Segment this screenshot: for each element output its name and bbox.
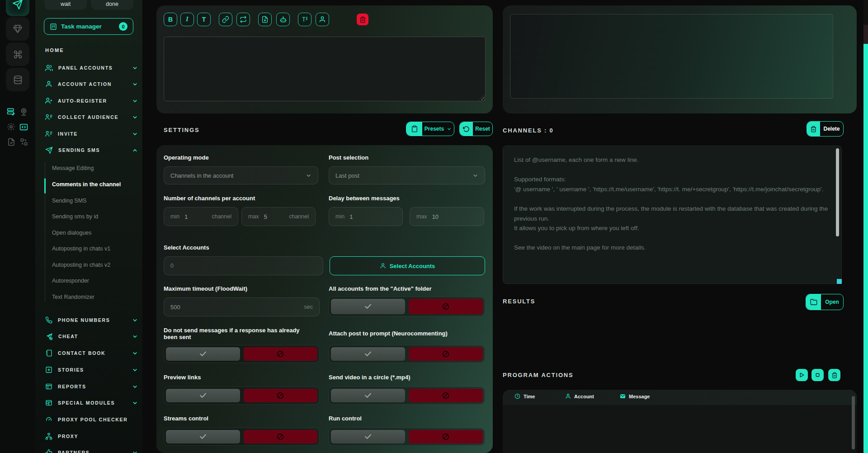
check-icon xyxy=(199,392,207,400)
toggle-yes-option[interactable] xyxy=(166,430,240,444)
sidebar-item-contact-book[interactable]: CONTACT BOOK xyxy=(45,349,138,358)
accounts-count-input[interactable]: 0 xyxy=(164,256,323,275)
link-button[interactable] xyxy=(219,13,232,26)
toggle-no-option[interactable] xyxy=(409,347,483,361)
toggle-yes-option[interactable] xyxy=(331,347,405,361)
sidebar-item-home[interactable]: HOME xyxy=(45,47,64,53)
italic-button[interactable]: I xyxy=(180,13,194,26)
toggle-yes-option[interactable] xyxy=(166,347,240,361)
play-button[interactable] xyxy=(796,369,808,381)
post-selection-select[interactable]: Last post xyxy=(329,166,485,184)
wait-label: wait xyxy=(61,1,71,7)
attach-post-toggle[interactable] xyxy=(329,345,485,363)
file-insert-button[interactable] xyxy=(258,13,272,26)
video-circle-toggle[interactable] xyxy=(329,387,485,405)
open-results-button[interactable]: Open xyxy=(806,294,844,310)
toggle-no-option[interactable] xyxy=(409,430,483,444)
premium-button[interactable] xyxy=(6,17,29,41)
subitem-autoposting-v2[interactable]: Autoposting in chats v2 xyxy=(52,262,110,270)
channels-resize-handle[interactable] xyxy=(837,279,842,284)
subitem-autoposting-v1[interactable]: Autoposting in chats v1 xyxy=(52,245,110,254)
subitem-sending-sms[interactable]: Sending SMS xyxy=(52,198,86,206)
bot-button[interactable] xyxy=(276,13,290,26)
text-template-button[interactable] xyxy=(298,13,311,26)
toggle-yes-option[interactable] xyxy=(331,430,405,444)
swap-icon[interactable] xyxy=(19,137,28,146)
sidebar-item-panel-accounts[interactable]: PANEL ACCOUNTS xyxy=(45,63,138,72)
text-template-icon xyxy=(301,16,308,23)
wait-button[interactable]: wait xyxy=(44,0,87,10)
delete-channels-button[interactable]: Delete xyxy=(807,121,844,137)
toggle-yes-option[interactable] xyxy=(331,389,405,402)
toggle-yes-option[interactable] xyxy=(331,299,405,314)
max-timeout-input[interactable]: 500 sec xyxy=(164,297,320,316)
actions-table-scrollbar[interactable] xyxy=(852,396,855,449)
presets-button[interactable]: Presets xyxy=(406,122,454,136)
streams-control-toggle[interactable] xyxy=(164,428,320,446)
mention-user-button[interactable] xyxy=(316,13,329,26)
channels-input[interactable]: List of @username, each one form a new l… xyxy=(503,146,842,284)
trash-icon xyxy=(359,16,366,23)
code-window-icon[interactable] xyxy=(19,123,28,131)
preview-box[interactable] xyxy=(510,14,833,99)
channels-max-input[interactable]: max 5 channel xyxy=(241,207,316,226)
scrollbar-thumb[interactable] xyxy=(863,44,868,453)
active-folder-toggle[interactable] xyxy=(329,297,485,316)
delay-min-input[interactable]: min 1 xyxy=(329,207,403,226)
toggle-no-option[interactable] xyxy=(244,347,318,361)
text-style-button[interactable]: T xyxy=(197,13,211,26)
toggle-no-option[interactable] xyxy=(244,389,318,402)
preview-links-label: Preview links xyxy=(164,374,201,381)
sidebar-item-partners[interactable]: PARTNERS xyxy=(45,448,138,453)
toggle-no-option[interactable] xyxy=(244,430,318,444)
sidebar-item-auto-register[interactable]: AUTO-REGISTER xyxy=(45,96,138,105)
bold-button[interactable]: B xyxy=(164,13,177,26)
sidebar-item-account-action[interactable]: ACCOUNT ACTION xyxy=(45,80,138,89)
subitem-comments-in-the-channel[interactable]: Comments in the channel xyxy=(52,181,121,189)
sidebar-item-sending-sms[interactable]: SENDING SMS xyxy=(45,146,138,155)
subitem-open-dialogues[interactable]: Open dialogues xyxy=(52,230,92,238)
subitem-autoresponder[interactable]: Autoresponder xyxy=(52,278,89,286)
server-check-icon[interactable] xyxy=(7,108,15,116)
subitem-message-editing[interactable]: Message Editing xyxy=(52,165,94,173)
sidebar-item-special-modules[interactable]: SPECIAL MODULES xyxy=(45,398,138,407)
toggle-no-option[interactable] xyxy=(409,389,483,402)
run-control-toggle[interactable] xyxy=(329,428,485,446)
sidebar-item-proxy[interactable]: PROXY xyxy=(45,432,138,441)
clear-log-button[interactable] xyxy=(828,369,840,381)
channels-min-input[interactable]: min 1 channel xyxy=(164,207,238,226)
program-actions-title: PROGRAM ACTIONS xyxy=(503,372,574,378)
message-input[interactable] xyxy=(164,37,486,101)
database-button[interactable] xyxy=(6,68,29,91)
sidebar-item-stories[interactable]: STORIES xyxy=(45,365,138,374)
stop-button[interactable] xyxy=(811,369,824,381)
clear-message-button[interactable] xyxy=(357,14,368,25)
page-scrollbar[interactable] xyxy=(863,0,868,453)
select-accounts-button[interactable]: Select Accounts xyxy=(330,256,485,275)
sidebar-item-invite[interactable]: INVITE xyxy=(45,129,138,138)
sidebar-item-proxy-pool-checker[interactable]: PROXY POOL CHECKER xyxy=(45,415,138,424)
no-resend-toggle[interactable] xyxy=(164,345,320,363)
sidebar-item-cheat[interactable]: CHEAT xyxy=(45,332,138,341)
app-home-button[interactable] xyxy=(6,0,29,16)
webcam-icon[interactable] xyxy=(19,108,28,116)
done-button[interactable]: done xyxy=(91,0,133,10)
task-manager-button[interactable]: Task manager 0 xyxy=(44,18,133,35)
delay-max-input[interactable]: max 10 xyxy=(410,207,484,226)
preview-links-toggle[interactable] xyxy=(164,387,320,405)
subitem-text-randomizer[interactable]: Text Randomizer xyxy=(52,294,94,302)
operating-mode-select[interactable]: Channels in the account xyxy=(164,166,318,184)
channels-scrollbar[interactable] xyxy=(836,148,839,236)
toggle-yes-option[interactable] xyxy=(166,389,240,402)
phone-icon xyxy=(45,316,52,324)
subitem-sending-sms-by-id[interactable]: Sending sms by id xyxy=(52,213,98,222)
sidebar-item-reports[interactable]: REPORTS xyxy=(45,382,138,391)
sidebar-item-phone-numbers[interactable]: PHONE NUMBERS xyxy=(45,316,138,325)
document-check-icon[interactable] xyxy=(7,137,15,146)
command-button[interactable] xyxy=(6,42,29,66)
toggle-no-option[interactable] xyxy=(409,299,483,314)
gear-icon[interactable] xyxy=(7,123,15,131)
repeat-button[interactable] xyxy=(236,13,250,26)
reset-button[interactable]: Reset xyxy=(459,122,493,136)
sidebar-item-collect-audience[interactable]: COLLECT AUDIENCE xyxy=(45,113,138,122)
